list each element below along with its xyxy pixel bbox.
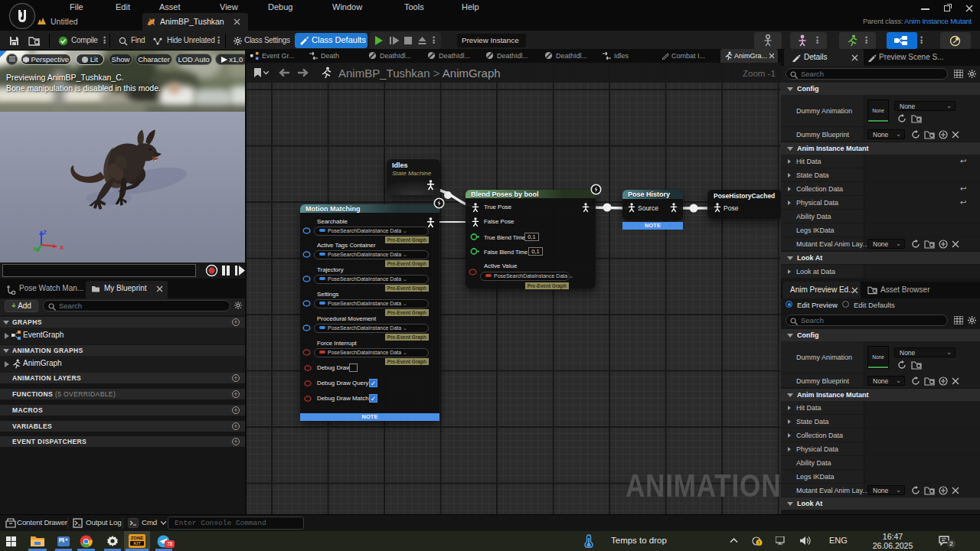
svg-text:Z: Z	[43, 229, 47, 236]
svg-text:X: X	[60, 244, 64, 251]
svg-text:Y: Y	[33, 246, 38, 253]
